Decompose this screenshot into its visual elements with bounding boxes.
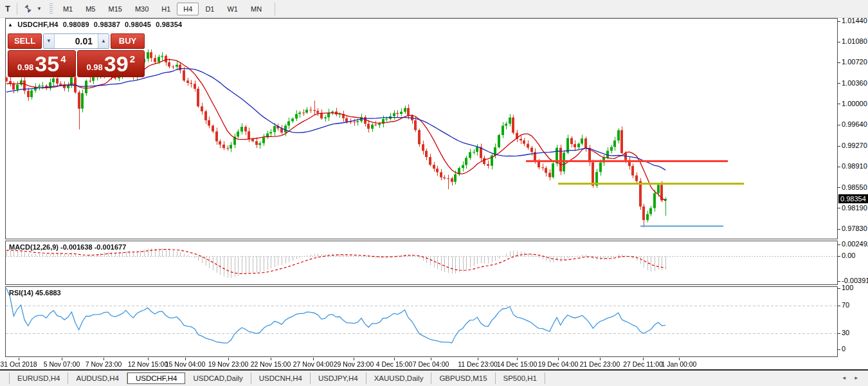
price-axis-label: 0.97830: [842, 225, 867, 232]
chart-symbol-period: USDCHF,H4: [17, 21, 59, 28]
timeframe-buttons: M1M5M15M30H1H4D1W1MN: [57, 2, 268, 16]
date-axis[interactable]: 31 Oct 20185 Nov 07:007 Nov 23:0012 Nov …: [0, 358, 868, 369]
date-axis-label: 5 Nov 07:00: [44, 360, 80, 368]
ohlc-high: 0.98387: [94, 21, 120, 28]
rsi-axis-label: 70: [842, 301, 849, 309]
sell-price-pipette: 4: [60, 53, 66, 64]
timeframe-button-m30[interactable]: M30: [129, 3, 155, 15]
axis-tick: [838, 349, 840, 350]
rsi-axis-label: 30: [842, 329, 849, 336]
axis-tick: [838, 256, 840, 257]
macd-value-main: -0.001638: [60, 243, 93, 251]
volume-input[interactable]: 0.01: [55, 34, 98, 48]
chart-tab-audusd[interactable]: AUDUSD,H4: [68, 372, 127, 384]
timeframe-button-m5[interactable]: M5: [79, 3, 102, 15]
buy-quote-button[interactable]: 0.98 39 2: [77, 50, 145, 77]
chart-tab-gbpusd[interactable]: GBPUSD,M15: [431, 372, 495, 384]
ohlc-low: 0.98045: [125, 21, 151, 28]
one-click-trading-panel: SELL ▼ 0.01 ▲ BUY 0.98 35 4 0.98 39 2: [8, 33, 145, 77]
price-axis-label: 0.99640: [842, 120, 867, 128]
date-axis-label: 7 Dec 04:00: [413, 360, 449, 368]
timeframe-button-m15[interactable]: M15: [102, 3, 128, 15]
date-axis-label: 27 Dec 11:00: [623, 360, 663, 368]
timeframe-button-w1[interactable]: W1: [221, 3, 244, 15]
price-axis[interactable]: 1.014401.010801.007201.003601.000000.996…: [838, 18, 868, 357]
rsi-axis-label: 100: [842, 284, 853, 291]
chart-window: ▲ USDCHF,H4 0.98089 0.98387 0.98045 0.98…: [0, 18, 868, 371]
collapse-chart-arrow-icon[interactable]: ▲: [8, 22, 13, 28]
axis-tick: [838, 146, 840, 147]
sell-button[interactable]: SELL: [8, 33, 42, 49]
timeframe-button-d1[interactable]: D1: [199, 3, 221, 15]
sell-quote-button[interactable]: 0.98 35 4: [8, 50, 76, 77]
date-axis-label: 31 Oct 2018: [0, 360, 37, 368]
timeframe-button-h1[interactable]: H1: [155, 3, 177, 15]
date-axis-label: 29 Nov 23:00: [334, 360, 374, 368]
date-axis-label: 15 Nov 04:00: [165, 360, 205, 368]
date-axis-label: 1 Jan 00:00: [662, 360, 697, 368]
toolbar: T ▼ M1M5M15M30H1H4D1W1MN: [0, 0, 868, 18]
volume-increase-button[interactable]: ▲: [98, 34, 109, 48]
chart-tab-bar: EURUSD,H4AUDUSD,H4USDCHF,H4USDCAD,DailyU…: [0, 371, 868, 386]
timeframe-button-h4[interactable]: H4: [177, 3, 199, 15]
axis-tick: [838, 281, 840, 282]
date-axis-label: 19 Nov 23:00: [208, 360, 248, 368]
date-axis-label: 14 Dec 15:00: [497, 360, 537, 368]
axis-tick: [838, 125, 840, 125]
style-arrows-icon[interactable]: [21, 3, 34, 15]
chart-tab-usdchf[interactable]: USDCHF,H4: [127, 372, 186, 384]
axis-tick: [838, 208, 840, 208]
chart-tab-xauusd[interactable]: XAUUSD,Daily: [366, 372, 432, 384]
buy-price-big: 39: [104, 51, 129, 76]
axis-tick: [838, 104, 840, 104]
axis-tick: [838, 83, 840, 84]
buy-price-prefix: 0.98: [87, 62, 103, 72]
macd-label: MACD(12,26,9) -0.001638 -0.001677: [9, 243, 126, 251]
buy-button[interactable]: BUY: [111, 33, 145, 49]
text-tool-icon[interactable]: T: [1, 3, 14, 15]
chart-tab-usdcad[interactable]: USDCAD,Daily: [185, 372, 251, 384]
style-dropdown-caret-icon[interactable]: ▼: [34, 6, 44, 12]
chart-tab-sp500[interactable]: SP500,H1: [496, 372, 545, 384]
axis-tick: [838, 333, 840, 334]
toolbar-separator-2: [275, 3, 275, 15]
volume-control: ▼ 0.01 ▲: [43, 33, 109, 49]
date-axis-label: 12 Nov 15:00: [128, 360, 168, 368]
date-axis-label: 27 Nov 04:00: [293, 360, 333, 368]
macd-axis-label: 0.00: [842, 252, 855, 259]
price-axis-label: 0.98910: [842, 162, 867, 170]
price-axis-label: 0.99270: [842, 142, 867, 149]
chart-tab-eurusd[interactable]: EURUSD,H4: [9, 372, 68, 384]
date-axis-label: 4 Dec 15:00: [376, 360, 413, 368]
macd-value-signal: -0.001677: [95, 243, 127, 251]
tab-scroll-arrows[interactable]: ◂ ▸: [842, 374, 862, 381]
axis-tick: [838, 167, 840, 167]
price-axis-label: 1.01440: [842, 17, 867, 24]
sell-price-big: 35: [35, 51, 59, 76]
price-axis-label: 0.98190: [842, 204, 867, 212]
axis-tick: [838, 244, 840, 245]
date-axis-label: 21 Dec 23:00: [580, 360, 620, 368]
diagonal-arrows-glyph: [23, 4, 33, 14]
rsi-name: RSI(14): [9, 289, 33, 297]
chart-tab-usdjpy[interactable]: USDJPY,H4: [311, 372, 366, 384]
timeframe-button-mn[interactable]: MN: [244, 3, 268, 15]
date-axis-label: 22 Nov 15:00: [251, 360, 291, 368]
timeframe-button-m1[interactable]: M1: [57, 3, 79, 15]
volume-decrease-button[interactable]: ▼: [44, 34, 55, 48]
rsi-label: RSI(14) 45.6883: [9, 289, 61, 297]
price-axis-label: 1.00360: [842, 79, 867, 87]
ohlc-open: 0.98089: [63, 21, 89, 28]
toolbar-grip-handle[interactable]: [50, 3, 53, 15]
current-price-tag: 0.98354: [838, 194, 868, 203]
axis-tick: [838, 187, 840, 188]
price-axis-label: 1.00720: [842, 58, 867, 66]
chart-tab-usdcnh[interactable]: USDCNH,H4: [251, 372, 311, 384]
macd-name: MACD(12,26,9): [9, 243, 59, 251]
sell-price-prefix: 0.98: [17, 62, 33, 72]
mt4-application-window: T ▼ M1M5M15M30H1H4D1W1MN ▲ USDCHF,H4 0.9…: [0, 0, 868, 386]
axis-tick: [838, 288, 840, 289]
price-axis-label: 1.01080: [842, 37, 867, 45]
rsi-value: 45.6883: [35, 289, 61, 297]
axis-tick: [838, 229, 840, 230]
